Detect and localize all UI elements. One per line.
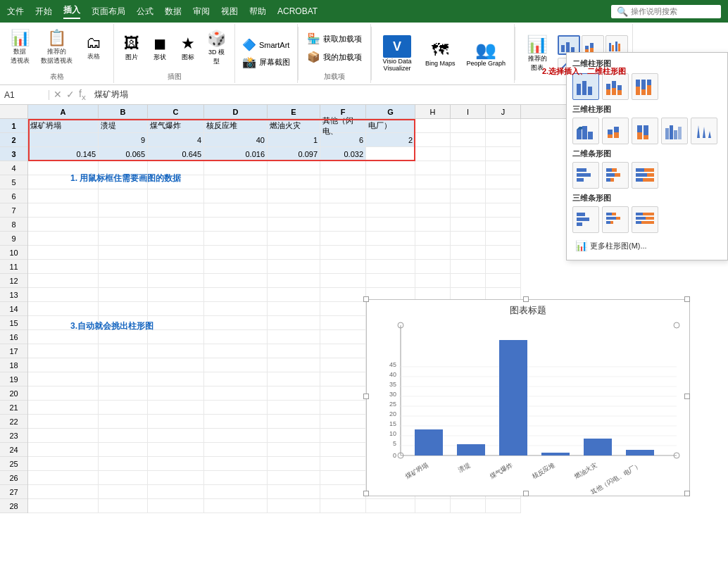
cell-d2[interactable]: 40: [204, 133, 268, 147]
chart-handle-mr[interactable]: [684, 394, 690, 399]
cell-row12-col4[interactable]: [268, 274, 320, 288]
cell-row19-col3[interactable]: [204, 372, 268, 386]
cell-row8-col4[interactable]: [268, 218, 320, 232]
row-num-11[interactable]: 11: [0, 260, 27, 274]
cell-row15-col5[interactable]: [320, 316, 366, 330]
cell-row6-col4[interactable]: [268, 189, 320, 203]
cell-row25-col0[interactable]: [28, 457, 99, 471]
cell-row9-col9[interactable]: [486, 232, 521, 246]
row-num-8[interactable]: 8: [0, 218, 27, 232]
cell-row24-col1[interactable]: [99, 443, 148, 457]
visio-button[interactable]: V Visio DataVisualizer: [376, 32, 418, 75]
cell-row5-col9[interactable]: [486, 175, 521, 189]
row-num-9[interactable]: 9: [0, 232, 27, 246]
col3d-stacked-button[interactable]: [602, 118, 629, 144]
smartart-button[interactable]: 🔷 SmartArt: [239, 37, 293, 52]
cell-row10-col9[interactable]: [486, 246, 521, 260]
cell-row11-col8[interactable]: [451, 260, 486, 274]
cell-row23-col5[interactable]: [320, 429, 366, 443]
cell-row9-col5[interactable]: [320, 232, 366, 246]
cell-row5-col3[interactable]: [204, 175, 268, 189]
nav-insert[interactable]: 插入: [63, 4, 80, 19]
row-num-25[interactable]: 25: [0, 457, 27, 471]
cell-row16-col1[interactable]: [99, 330, 148, 344]
chart-handle-tm[interactable]: [523, 296, 529, 302]
cell-row8-col1[interactable]: [99, 218, 148, 232]
cell-row14-col0[interactable]: [28, 302, 99, 316]
people-graph-button[interactable]: 👥 People Graph: [463, 37, 510, 70]
cell-row10-col4[interactable]: [268, 246, 320, 260]
cell-row24-col0[interactable]: [28, 443, 99, 457]
row-num-10[interactable]: 10: [0, 246, 27, 260]
cell-row20-col0[interactable]: [28, 386, 99, 401]
cell-row12-col9[interactable]: [486, 274, 521, 288]
cell-i3[interactable]: [451, 147, 486, 161]
cell-row11-col3[interactable]: [204, 260, 268, 274]
cell-row28-col3[interactable]: [204, 499, 268, 513]
cell-row15-col4[interactable]: [268, 316, 320, 330]
get-addin-button[interactable]: 🏪 获取加载项: [303, 31, 366, 46]
cell-row21-col3[interactable]: [204, 401, 268, 415]
bing-maps-button[interactable]: 🗺 Bing Maps: [421, 37, 460, 70]
cell-g1[interactable]: 电厂）: [366, 119, 415, 133]
cell-row14-col1[interactable]: [99, 302, 148, 316]
cancel-formula-icon[interactable]: ✕: [54, 89, 62, 100]
nav-pagelayout[interactable]: 页面布局: [92, 6, 125, 18]
icon-button[interactable]: ★ 图标: [175, 32, 201, 65]
cell-row10-col8[interactable]: [451, 246, 486, 260]
cell-row10-col3[interactable]: [204, 246, 268, 260]
cell-row7-col3[interactable]: [204, 203, 268, 218]
cell-row5-col4[interactable]: [268, 175, 320, 189]
cell-row16-col0[interactable]: [28, 330, 99, 344]
col3d-100pct-button[interactable]: [632, 118, 658, 144]
cell-row21-col4[interactable]: [268, 401, 320, 415]
cell-row15-col3[interactable]: [204, 316, 268, 330]
cell-j2[interactable]: [486, 133, 521, 147]
screenshot-button[interactable]: 📸 屏幕截图: [239, 55, 293, 70]
cell-row21-col1[interactable]: [99, 401, 148, 415]
cell-row16-col2[interactable]: [148, 330, 204, 344]
cell-row20-col1[interactable]: [99, 386, 148, 401]
cell-row8-col2[interactable]: [148, 218, 204, 232]
col3d-cone-button[interactable]: [691, 118, 717, 144]
cell-row13-col2[interactable]: [148, 288, 204, 302]
pivot-table-button[interactable]: 📊 数据透视表: [4, 27, 35, 68]
cell-row17-col4[interactable]: [268, 344, 320, 358]
cell-e2[interactable]: 1: [268, 133, 320, 147]
cell-row18-col4[interactable]: [268, 358, 320, 372]
cell-row23-col3[interactable]: [204, 429, 268, 443]
nav-home[interactable]: 开始: [35, 6, 52, 18]
cell-row17-col0[interactable]: [28, 344, 99, 358]
more-charts-button[interactable]: 📊 更多柱形图(M)...: [572, 237, 722, 254]
cell-row20-col2[interactable]: [148, 386, 204, 401]
row-num-27[interactable]: 27: [0, 485, 27, 499]
cell-g3[interactable]: [366, 147, 415, 161]
cell-row11-col7[interactable]: [415, 260, 451, 274]
cell-row4-col6[interactable]: [366, 161, 415, 175]
cell-row9-col6[interactable]: [366, 232, 415, 246]
cell-row21-col0[interactable]: [28, 401, 99, 415]
cell-row10-col2[interactable]: [148, 246, 204, 260]
row-num-17[interactable]: 17: [0, 344, 27, 358]
cell-row27-col5[interactable]: [320, 485, 366, 499]
bar2d-100pct-button[interactable]: [632, 162, 658, 189]
cell-row11-col5[interactable]: [320, 260, 366, 274]
cell-row4-col3[interactable]: [204, 161, 268, 175]
cell-row16-col4[interactable]: [268, 330, 320, 344]
row-num-18[interactable]: 18: [0, 358, 27, 372]
cell-row6-col2[interactable]: [148, 189, 204, 203]
cell-row23-col1[interactable]: [99, 429, 148, 443]
cell-row14-col3[interactable]: [204, 302, 268, 316]
cell-row27-col1[interactable]: [99, 485, 148, 499]
cell-row25-col2[interactable]: [148, 457, 204, 471]
cell-row8-col6[interactable]: [366, 218, 415, 232]
cell-row23-col2[interactable]: [148, 429, 204, 443]
cell-row25-col3[interactable]: [204, 457, 268, 471]
cell-b3[interactable]: 0.065: [99, 147, 148, 161]
cell-row21-col2[interactable]: [148, 401, 204, 415]
cell-row9-col1[interactable]: [99, 232, 148, 246]
row-num-19[interactable]: 19: [0, 372, 27, 386]
row-num-26[interactable]: 26: [0, 471, 27, 485]
chart-handle-tr[interactable]: [684, 296, 690, 302]
cell-row22-col2[interactable]: [148, 415, 204, 429]
